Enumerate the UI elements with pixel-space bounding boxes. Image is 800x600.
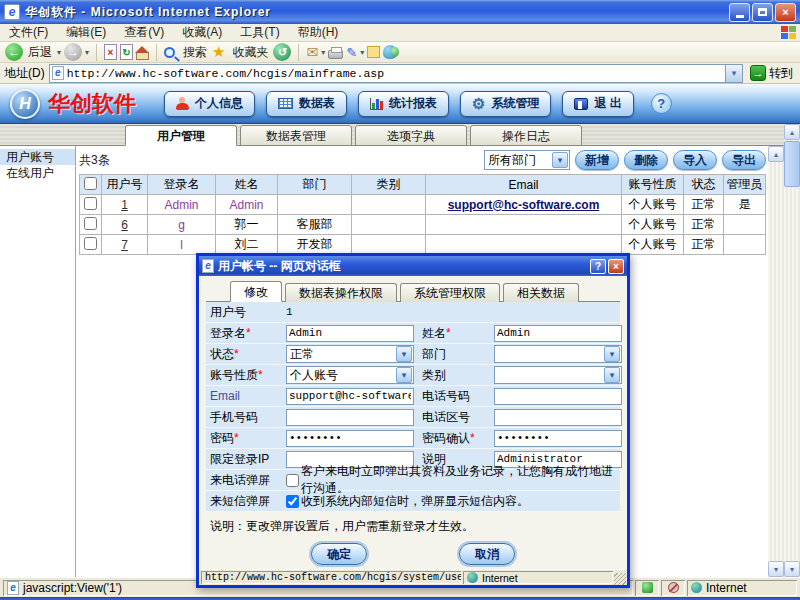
dept-select[interactable]: ▾ <box>494 345 622 363</box>
category-select[interactable]: ▾ <box>494 366 622 384</box>
frame-scrollbar[interactable]: ▴ ▾ <box>768 146 784 577</box>
menu-file[interactable]: 文件(F) <box>0 24 57 41</box>
dialog-close-button[interactable]: × <box>608 259 624 274</box>
password-field[interactable] <box>286 430 414 447</box>
account-type-select[interactable]: 个人账号▾ <box>286 366 414 384</box>
user-id-link[interactable]: 7 <box>121 238 128 252</box>
chevron-down-icon[interactable]: ▾ <box>604 367 620 383</box>
call-popup-checkbox[interactable] <box>286 474 299 487</box>
print-icon[interactable] <box>328 50 343 59</box>
forward-icon[interactable]: → <box>64 43 82 61</box>
back-label[interactable]: 后退 <box>28 44 52 61</box>
scroll-up-icon[interactable]: ▴ <box>784 124 800 140</box>
back-dropdown-icon[interactable]: ▾ <box>57 48 61 57</box>
tab-user-management[interactable]: 用户管理 <box>125 125 237 146</box>
mail-icon[interactable]: ✉ <box>306 44 318 60</box>
areacode-field[interactable] <box>494 409 622 426</box>
chevron-down-icon[interactable]: ▾ <box>604 346 620 362</box>
nav-system-admin-button[interactable]: ⚙ 系统管理 <box>460 91 551 117</box>
department-filter-select[interactable]: 所有部门 ▾ <box>484 150 570 170</box>
favorites-label[interactable]: 收藏夹 <box>232 44 268 61</box>
row-checkbox[interactable] <box>84 217 97 230</box>
minimize-button[interactable] <box>729 3 750 22</box>
scroll-thumb[interactable] <box>784 141 800 187</box>
table-icon <box>278 98 293 109</box>
chevron-down-icon[interactable]: ▾ <box>396 346 412 362</box>
help-icon[interactable]: ? <box>651 93 672 114</box>
select-all-checkbox[interactable] <box>84 177 97 190</box>
mail-dropdown-icon[interactable]: ▾ <box>321 48 325 57</box>
chevron-down-icon[interactable]: ▾ <box>396 367 412 383</box>
phone-field[interactable] <box>494 388 622 405</box>
chevron-down-icon[interactable]: ▾ <box>552 152 568 168</box>
menu-edit[interactable]: 编辑(E) <box>57 24 115 41</box>
back-icon[interactable]: ← <box>5 43 23 61</box>
stop-icon[interactable]: × <box>104 44 117 60</box>
nav-exit-button[interactable]: 退 出 <box>562 91 633 117</box>
page-icon: e <box>52 66 64 80</box>
email-link[interactable]: support@hc-software.com <box>448 198 600 212</box>
nav-reports-button[interactable]: 统计报表 <box>358 91 449 117</box>
tab-option-dictionary[interactable]: 选项字典 <box>355 125 467 146</box>
menu-view[interactable]: 查看(V) <box>115 24 173 41</box>
cancel-button[interactable]: 取消 <box>459 543 515 565</box>
scroll-down-icon[interactable]: ▾ <box>784 561 800 577</box>
name-field[interactable] <box>494 325 622 342</box>
go-button[interactable]: → 转到 <box>747 65 796 82</box>
address-input[interactable]: e http://www.hc-software.com/hcgis/mainf… <box>49 64 743 83</box>
history-icon[interactable]: ↺ <box>273 43 291 61</box>
tab-table-management[interactable]: 数据表管理 <box>240 125 352 146</box>
dialog-tab-table-permissions[interactable]: 数据表操作权限 <box>285 283 397 302</box>
forward-dropdown-icon[interactable]: ▾ <box>85 48 89 57</box>
tab-operation-log[interactable]: 操作日志 <box>470 125 582 146</box>
dialog-titlebar: e 用户帐号 -- 网页对话框 ? × <box>199 256 627 276</box>
close-button[interactable]: × <box>775 3 796 22</box>
page-scrollbar[interactable]: ▴ ▾ <box>784 124 800 577</box>
home-icon[interactable] <box>136 52 149 60</box>
messenger-icon[interactable] <box>383 45 397 59</box>
menu-help[interactable]: 帮助(H) <box>289 24 348 41</box>
dialog-help-button[interactable]: ? <box>590 259 606 274</box>
user-id-link[interactable]: 1 <box>121 198 128 212</box>
nav-personal-info-button[interactable]: 个人信息 <box>164 91 255 117</box>
login-field[interactable] <box>286 325 414 342</box>
dialog-tab-system-permissions[interactable]: 系统管理权限 <box>400 283 500 302</box>
user-id-link[interactable]: 6 <box>121 218 128 232</box>
row-checkbox[interactable] <box>84 197 97 210</box>
sidebar-item-user-accounts[interactable]: 用户账号 <box>0 149 75 165</box>
search-label[interactable]: 搜索 <box>183 44 207 61</box>
add-button[interactable]: 新增 <box>575 150 619 170</box>
sms-popup-checkbox[interactable] <box>286 495 299 508</box>
resize-grip[interactable] <box>614 573 626 585</box>
dialog-tabs: 修改 数据表操作权限 系统管理权限 相关数据 <box>206 281 620 302</box>
nav-label: 退 出 <box>594 95 621 112</box>
nav-data-tables-button[interactable]: 数据表 <box>266 91 347 117</box>
search-icon[interactable] <box>164 47 175 58</box>
favorites-star-icon[interactable]: ★ <box>212 43 225 61</box>
notes-icon[interactable] <box>367 46 380 58</box>
email-field[interactable] <box>286 388 414 405</box>
row-checkbox[interactable] <box>84 237 97 250</box>
table-row: 7 l 刘二 开发部 个人账号 正常 <box>80 235 766 255</box>
edit-dropdown-icon[interactable]: ▾ <box>360 48 364 57</box>
menu-tools[interactable]: 工具(T) <box>231 24 288 41</box>
refresh-icon[interactable]: ↻ <box>120 44 133 60</box>
export-button[interactable]: 导出 <box>722 150 766 170</box>
mobile-field[interactable] <box>286 409 414 426</box>
import-button[interactable]: 导入 <box>673 150 717 170</box>
address-dropdown-icon[interactable]: ▾ <box>725 65 742 82</box>
delete-button[interactable]: 删除 <box>624 150 668 170</box>
col-header-name: 姓名 <box>216 175 278 195</box>
dialog-tab-modify[interactable]: 修改 <box>230 281 282 302</box>
dialog-tab-related-data[interactable]: 相关数据 <box>503 283 579 302</box>
status-select[interactable]: 正常▾ <box>286 345 414 363</box>
password-confirm-field[interactable] <box>494 430 622 447</box>
address-url[interactable]: http://www.hc-software.com/hcgis/mainfra… <box>67 67 384 80</box>
maximize-button[interactable] <box>752 3 773 22</box>
scroll-up-icon[interactable]: ▴ <box>768 146 784 162</box>
menu-favorites[interactable]: 收藏(A) <box>173 24 231 41</box>
edit-icon[interactable]: ✎ <box>346 45 357 60</box>
ok-button[interactable]: 确定 <box>311 543 367 565</box>
sidebar-item-online-users[interactable]: 在线用户 <box>0 165 75 181</box>
scroll-down-icon[interactable]: ▾ <box>768 561 784 577</box>
